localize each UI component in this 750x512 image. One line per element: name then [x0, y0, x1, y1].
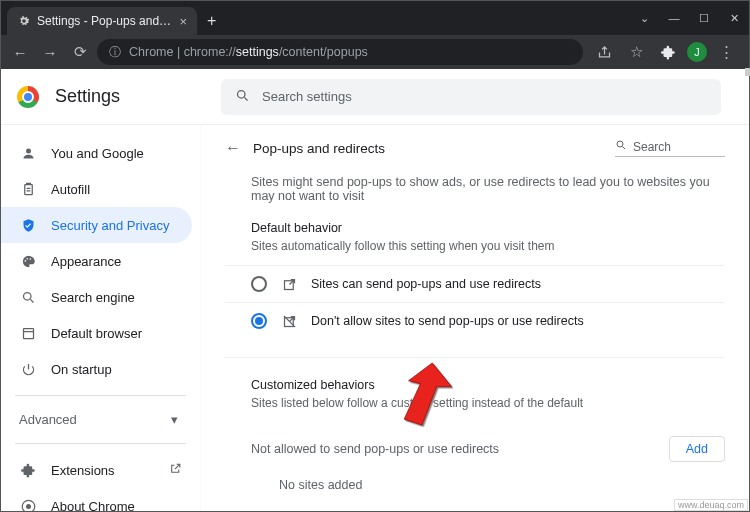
section-search-label: Search	[633, 140, 671, 154]
divider	[15, 395, 186, 396]
option-block-popups[interactable]: Don't allow sites to send pop-ups or use…	[225, 302, 725, 339]
svg-rect-7	[23, 328, 33, 338]
maximize-icon[interactable]: ☐	[689, 1, 719, 35]
not-allowed-label: Not allowed to send pop-ups or use redir…	[251, 442, 499, 456]
sidebar-advanced-label: Advanced	[19, 412, 77, 427]
url-field[interactable]: ⓘ Chrome | chrome://settings/content/pop…	[97, 39, 583, 65]
chrome-logo-icon	[17, 86, 39, 108]
sidebar-item-label: Autofill	[51, 182, 90, 197]
reload-icon[interactable]: ⟳	[67, 39, 93, 65]
settings-header: Settings Search settings	[1, 69, 749, 125]
forward-icon[interactable]: →	[37, 39, 63, 65]
search-icon	[615, 139, 627, 154]
url-text: Chrome | chrome://settings/content/popup…	[129, 45, 368, 59]
minimize-icon[interactable]: —	[659, 1, 689, 35]
default-behavior-heading: Default behavior	[251, 221, 725, 235]
puzzle-icon	[19, 463, 37, 478]
search-icon	[235, 88, 250, 106]
svg-point-4	[26, 257, 28, 259]
chevron-down-icon: ▾	[171, 412, 178, 427]
grid-icon	[19, 326, 37, 341]
svg-point-10	[617, 141, 623, 147]
palette-icon	[19, 254, 37, 269]
info-icon: ⓘ	[109, 44, 121, 61]
sidebar-item-you-and-google[interactable]: You and Google	[1, 135, 192, 171]
sidebar-advanced[interactable]: Advanced ▾	[1, 404, 200, 435]
svg-point-0	[238, 90, 246, 98]
sidebar-item-appearance[interactable]: Appearance	[1, 243, 192, 279]
sidebar-item-label: Extensions	[51, 463, 115, 478]
sidebar-item-default-browser[interactable]: Default browser	[1, 315, 192, 351]
sidebar-item-search-engine[interactable]: Search engine	[1, 279, 192, 315]
chevron-down-icon[interactable]: ⌄	[629, 1, 659, 35]
search-settings-input[interactable]: Search settings	[221, 79, 721, 115]
svg-point-5	[29, 258, 31, 260]
option-allow-popups[interactable]: Sites can send pop-ups and use redirects	[225, 265, 725, 302]
magnify-icon	[19, 290, 37, 305]
clipboard-icon	[19, 182, 37, 197]
scrollbar-stub	[745, 68, 750, 76]
sidebar: You and Google Autofill Security and Pri…	[1, 125, 201, 511]
close-window-icon[interactable]: ✕	[719, 1, 749, 35]
option-allow-label: Sites can send pop-ups and use redirects	[311, 277, 541, 291]
main-panel: ← Pop-ups and redirects Search Sites mig…	[201, 125, 749, 511]
title-bar: Settings - Pop-ups and redirects × + ⌄ —…	[1, 1, 749, 35]
svg-point-1	[26, 148, 31, 153]
sidebar-item-label: On startup	[51, 362, 112, 377]
chrome-small-icon	[19, 499, 37, 512]
power-icon	[19, 362, 37, 377]
custom-behaviors-heading: Customized behaviors	[251, 378, 725, 392]
page-title: Settings	[55, 86, 120, 107]
sidebar-item-label: Search engine	[51, 290, 135, 305]
popup-icon	[281, 276, 297, 292]
new-tab-button[interactable]: +	[197, 7, 226, 35]
custom-behaviors-note: Sites listed below follow a custom setti…	[251, 396, 725, 410]
menu-icon[interactable]: ⋮	[713, 39, 739, 65]
svg-point-9	[26, 504, 31, 509]
radio-unselected-icon	[251, 276, 267, 292]
bookmark-icon[interactable]: ☆	[623, 39, 649, 65]
default-behavior-note: Sites automatically follow this setting …	[251, 239, 725, 253]
sidebar-extensions[interactable]: Extensions	[1, 452, 200, 488]
share-icon[interactable]	[591, 39, 617, 65]
sidebar-item-label: Appearance	[51, 254, 121, 269]
section-title: Pop-ups and redirects	[253, 141, 603, 156]
back-icon[interactable]: ←	[7, 39, 33, 65]
add-not-allowed-button[interactable]: Add	[669, 436, 725, 462]
person-icon	[19, 146, 37, 161]
sidebar-item-label: About Chrome	[51, 499, 135, 512]
shield-icon	[19, 218, 37, 233]
svg-point-6	[23, 292, 31, 300]
avatar[interactable]: J	[687, 42, 707, 62]
svg-rect-2	[24, 184, 32, 194]
close-icon[interactable]: ×	[179, 14, 187, 29]
gear-icon	[17, 14, 31, 28]
sidebar-about-chrome[interactable]: About Chrome	[1, 488, 192, 511]
sidebar-item-label: Default browser	[51, 326, 142, 341]
section-search-input[interactable]: Search	[615, 139, 725, 157]
not-allowed-empty: No sites added	[225, 468, 725, 502]
sidebar-item-label: You and Google	[51, 146, 144, 161]
popup-blocked-icon	[281, 313, 297, 329]
browser-tab[interactable]: Settings - Pop-ups and redirects ×	[7, 7, 197, 35]
divider	[15, 443, 186, 444]
sidebar-item-security-privacy[interactable]: Security and Privacy	[1, 207, 192, 243]
intro-text: Sites might send pop-ups to show ads, or…	[251, 175, 725, 203]
option-block-label: Don't allow sites to send pop-ups or use…	[311, 314, 584, 328]
sidebar-item-on-startup[interactable]: On startup	[1, 351, 192, 387]
svg-point-3	[24, 260, 26, 262]
tab-title: Settings - Pop-ups and redirects	[37, 14, 173, 28]
watermark: www.deuaq.com	[674, 499, 748, 511]
url-bar: ← → ⟳ ⓘ Chrome | chrome://settings/conte…	[1, 35, 749, 69]
external-link-icon	[169, 462, 182, 478]
radio-selected-icon	[251, 313, 267, 329]
search-placeholder: Search settings	[262, 89, 352, 104]
sidebar-item-label: Security and Privacy	[51, 218, 170, 233]
sidebar-item-autofill[interactable]: Autofill	[1, 171, 192, 207]
back-arrow-icon[interactable]: ←	[225, 139, 241, 157]
extension-icon[interactable]	[655, 39, 681, 65]
